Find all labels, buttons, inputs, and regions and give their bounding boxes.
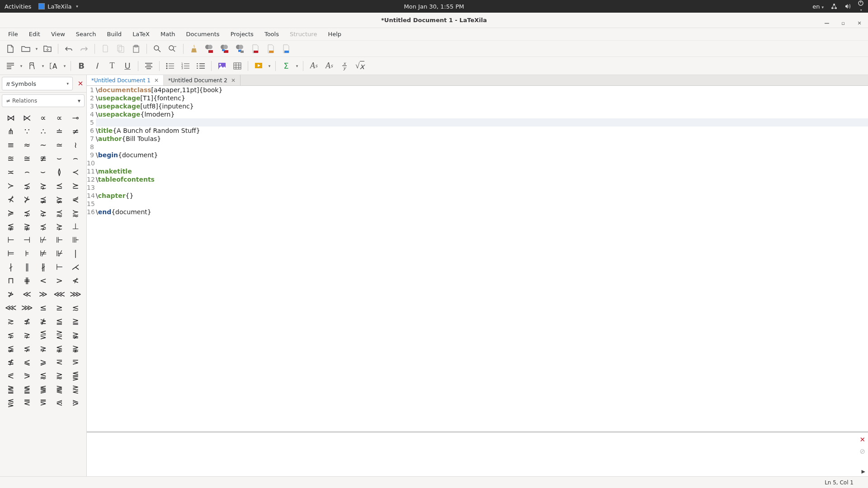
symbol-cell[interactable]: ∤ bbox=[3, 260, 19, 273]
symbol-cell[interactable]: ∵ bbox=[19, 124, 35, 138]
center-button[interactable] bbox=[141, 59, 156, 73]
math-env-button[interactable]: Σ bbox=[278, 59, 294, 73]
table-button[interactable] bbox=[230, 59, 245, 73]
symbol-cell[interactable]: ⋕ bbox=[19, 273, 35, 287]
symbol-cell[interactable]: ⪘ bbox=[67, 395, 84, 409]
symbol-cell[interactable]: ≃ bbox=[51, 138, 67, 151]
symbol-cell[interactable]: ⊬ bbox=[35, 233, 52, 246]
symbol-cell[interactable]: ⪯ bbox=[51, 178, 67, 192]
char-size-dropdown[interactable]: ▾ bbox=[61, 64, 68, 68]
document-tab[interactable]: *Untitled Document 2✕ bbox=[164, 75, 241, 85]
symbol-cell[interactable]: ⋚ bbox=[35, 328, 52, 341]
symbol-cell[interactable]: ⪙ bbox=[19, 395, 35, 409]
symbol-cell[interactable]: ⪵ bbox=[35, 192, 52, 206]
symbol-cell[interactable]: ⪉ bbox=[3, 219, 19, 233]
symbol-cell[interactable]: ⪇ bbox=[19, 341, 35, 355]
symbol-cell[interactable]: ∥ bbox=[19, 260, 35, 273]
symbol-cell[interactable]: ⪖ bbox=[19, 368, 35, 382]
symbol-cell[interactable]: ⋦ bbox=[3, 328, 19, 341]
italic-button[interactable]: I bbox=[89, 59, 104, 73]
find-replace-button[interactable] bbox=[165, 42, 180, 56]
symbol-cell[interactable]: ⪷ bbox=[51, 206, 67, 219]
symbol-cell[interactable]: ≅ bbox=[19, 151, 35, 165]
presentation-button[interactable] bbox=[251, 59, 266, 73]
source-editor[interactable]: 12345678910111213141516 \documentclass[a… bbox=[87, 86, 868, 431]
references-button[interactable] bbox=[24, 59, 40, 73]
typewriter-button[interactable]: T bbox=[104, 59, 120, 73]
symbol-cell[interactable]: ⋙ bbox=[67, 287, 84, 300]
symbol-cell[interactable]: ⊓ bbox=[3, 273, 19, 287]
symbol-cell[interactable]: ⪚ bbox=[35, 395, 52, 409]
symbol-cell[interactable]: ⪶ bbox=[51, 192, 67, 206]
symbol-cell[interactable]: ⋝ bbox=[67, 355, 84, 368]
symbol-cell[interactable]: ⋉ bbox=[19, 111, 35, 124]
symbol-cell[interactable]: ⩾ bbox=[35, 355, 52, 368]
symbol-cell[interactable]: ∝ bbox=[35, 111, 52, 124]
menu-tools[interactable]: Tools bbox=[259, 29, 284, 39]
underline-button[interactable]: U bbox=[120, 59, 135, 73]
close-button[interactable]: ✕ bbox=[856, 20, 863, 26]
symbol-cell[interactable]: ⋘ bbox=[51, 287, 67, 300]
symbol-cell[interactable]: ⪗ bbox=[51, 395, 67, 409]
symbol-cell[interactable]: ⋙ bbox=[19, 300, 35, 314]
symbol-cell[interactable]: ≻ bbox=[3, 178, 19, 192]
symbol-cell[interactable]: ≬ bbox=[51, 165, 67, 178]
sectioning-dropdown[interactable]: ▾ bbox=[18, 64, 24, 68]
symbol-cell[interactable]: ⪊ bbox=[19, 219, 35, 233]
symbol-cell[interactable]: ⊭ bbox=[35, 246, 52, 260]
symbol-cell[interactable]: ⪕ bbox=[3, 368, 19, 382]
symbol-cell[interactable]: ⊥ bbox=[67, 219, 84, 233]
maximize-button[interactable]: ▫ bbox=[840, 20, 846, 26]
app-menu[interactable]: LaTeXila bbox=[38, 3, 78, 10]
clock[interactable]: Mon Jan 30, 1:55 PM bbox=[404, 3, 464, 10]
symbol-cell[interactable]: ⋞ bbox=[67, 192, 84, 206]
clean-build-button[interactable] bbox=[186, 42, 202, 56]
symbol-cell[interactable]: ⋔ bbox=[3, 124, 19, 138]
sqrt-button[interactable]: √x bbox=[352, 59, 368, 73]
symbol-cell[interactable]: ⌣ bbox=[35, 165, 52, 178]
symbol-cell[interactable]: ≳ bbox=[3, 314, 19, 328]
references-dropdown[interactable]: ▾ bbox=[40, 64, 46, 68]
fraction-button[interactable]: xy bbox=[337, 59, 352, 73]
symbol-cell[interactable]: ⊸ bbox=[67, 111, 84, 124]
symbol-cell[interactable]: ⋨ bbox=[35, 219, 52, 233]
symbol-cell[interactable]: ⪈ bbox=[35, 341, 52, 355]
menu-view[interactable]: View bbox=[46, 29, 71, 39]
symbol-cell[interactable]: ⪐ bbox=[67, 382, 84, 395]
save-button[interactable] bbox=[40, 42, 55, 56]
description-button[interactable] bbox=[193, 59, 208, 73]
symbol-cell[interactable]: ⪑ bbox=[19, 382, 35, 395]
symbol-cell[interactable]: ⩽ bbox=[19, 355, 35, 368]
symbol-cell[interactable]: ⊩ bbox=[51, 233, 67, 246]
stop-build-button[interactable]: ⊘ bbox=[859, 447, 865, 455]
menu-build[interactable]: Build bbox=[101, 29, 127, 39]
subscript-button[interactable]: As bbox=[321, 59, 337, 73]
redo-button[interactable] bbox=[76, 42, 92, 56]
symbol-cell[interactable]: ⊀ bbox=[3, 192, 19, 206]
symbol-cell[interactable]: ≍ bbox=[3, 165, 19, 178]
document-tab[interactable]: *Untitled Document 1✕ bbox=[87, 75, 164, 85]
symbol-cell[interactable]: ≪ bbox=[19, 287, 35, 300]
cut-button[interactable] bbox=[98, 42, 113, 56]
symbol-cell[interactable]: ⊧ bbox=[19, 246, 35, 260]
menu-projects[interactable]: Projects bbox=[225, 29, 259, 39]
tab-close-button[interactable]: ✕ bbox=[154, 77, 159, 84]
symbol-cell[interactable]: ⋩ bbox=[35, 206, 52, 219]
symbol-cell[interactable]: ⋌ bbox=[67, 260, 84, 273]
symbol-cell[interactable]: ≨ bbox=[3, 341, 19, 355]
symbol-cell[interactable]: ⊢ bbox=[3, 233, 19, 246]
symbol-cell[interactable]: ⋈ bbox=[3, 111, 19, 124]
symbol-cell[interactable]: ≥ bbox=[51, 300, 67, 314]
symbol-cell[interactable]: ≲ bbox=[67, 300, 84, 314]
menu-file[interactable]: File bbox=[3, 29, 24, 39]
symbol-cell[interactable]: ⊮ bbox=[51, 246, 67, 260]
symbol-cell[interactable]: ≽ bbox=[3, 206, 19, 219]
paste-button[interactable] bbox=[128, 42, 144, 56]
presentation-dropdown[interactable]: ▾ bbox=[266, 64, 273, 68]
symbol-cell[interactable]: ≱ bbox=[35, 314, 52, 328]
symbol-cell[interactable]: ≦ bbox=[51, 314, 67, 328]
menu-help[interactable]: Help bbox=[322, 29, 347, 39]
view-dvi-button[interactable] bbox=[263, 42, 278, 56]
symbol-cell[interactable]: > bbox=[51, 273, 67, 287]
symbol-cell[interactable]: ≤ bbox=[35, 300, 52, 314]
